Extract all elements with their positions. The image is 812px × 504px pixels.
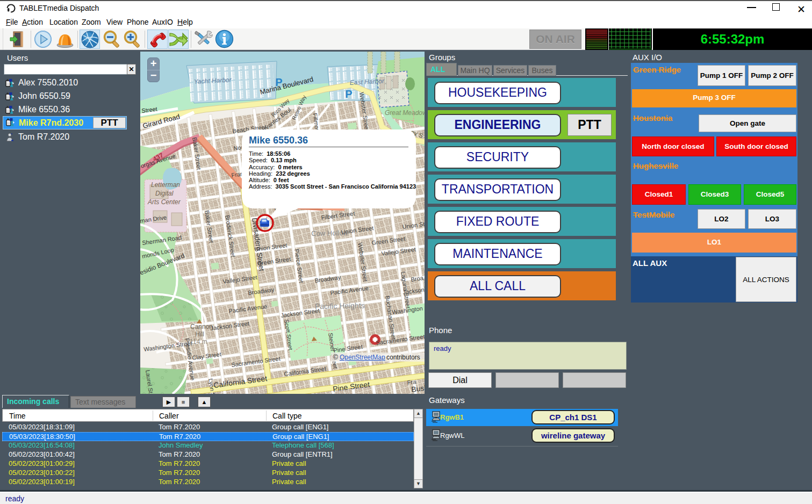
svg-text:Pacific Heights: Pacific Heights: [315, 301, 365, 311]
svg-text:contributors: contributors: [386, 354, 420, 361]
svg-text:Great Meadow: Great Meadow: [385, 109, 425, 117]
svg-text:P: P: [345, 88, 352, 100]
svg-text:114 m: 114 m: [190, 338, 207, 345]
svg-text:Cannon: Cannon: [190, 323, 213, 330]
svg-text:Arts Center: Arts Center: [147, 198, 181, 206]
svg-text:Hill: Hill: [195, 330, 204, 338]
svg-text:OpenStreetMap: OpenStreetMap: [340, 354, 385, 361]
svg-text:©: ©: [333, 354, 338, 361]
svg-text:Digital: Digital: [155, 190, 174, 197]
svg-text:Letterman: Letterman: [151, 181, 180, 189]
